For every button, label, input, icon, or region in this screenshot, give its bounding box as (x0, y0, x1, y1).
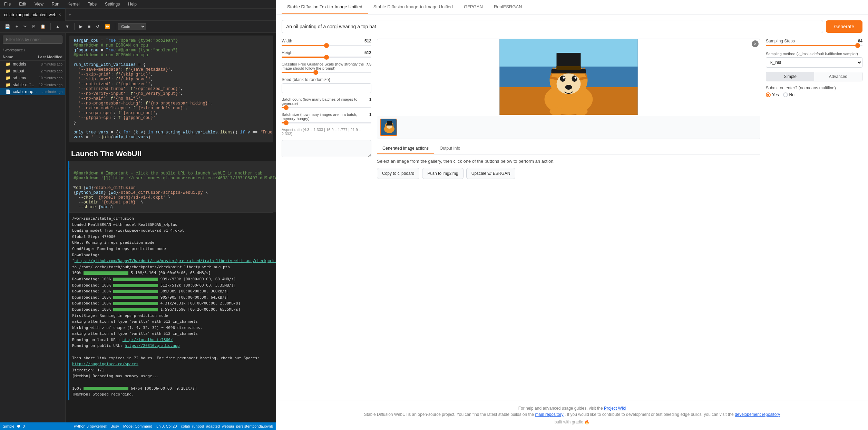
footer-desc: Stable Diffusion WebUI is an open-source… (282, 412, 862, 417)
add-tab-button[interactable]: + (66, 12, 74, 17)
batch-count-thumb[interactable] (284, 105, 289, 110)
file-item-colab[interactable]: 📄 colab_runp... a minute ago (0, 88, 65, 95)
upscale-esrgan-button[interactable]: Upscale w/ ESRGAN (466, 168, 516, 179)
prompt-input[interactable] (282, 20, 823, 33)
cell-number: 0 (23, 424, 25, 428)
sampling-steps-label: Sampling Steps 64 (766, 39, 862, 43)
kernel-status: Python 3 (ipykernel) | Busy (74, 424, 119, 428)
file-name-5: colab_runp... (13, 89, 40, 94)
breadcrumb: / workspace / (0, 47, 65, 53)
simple-mode-indicator: Simple (3, 424, 14, 428)
gallery-close-button[interactable]: ✕ (752, 40, 759, 47)
cfg-slider-thumb[interactable] (313, 70, 318, 75)
project-wiki-link[interactable]: Project Wiki (604, 406, 626, 411)
cell-output: /workspace/stable_diffusion Loaded RealE… (69, 212, 273, 400)
footer-help: For help and advanced usage guides, visi… (282, 406, 862, 411)
menu-edit[interactable]: Edit (18, 1, 28, 7)
menu-view[interactable]: View (33, 1, 45, 7)
simple-advanced-toggle: Simple Advanced (766, 72, 862, 81)
menu-bar: File Edit View Run Kernel Tabs Settings … (0, 0, 276, 9)
generated-image-actions-tab[interactable]: Generated image actions (377, 143, 434, 154)
tab-close-icon[interactable]: ✕ (58, 13, 61, 17)
sampling-method-select[interactable]: k_lms k_euler k_euler_a k_dpm_2 ddim (766, 57, 862, 68)
cfg-param: Classifier Free Guidance Scale (how stro… (282, 62, 371, 73)
restart-button[interactable]: ↺ (94, 23, 101, 30)
svg-rect-19 (557, 66, 581, 70)
move-down-button[interactable]: ▼ (63, 23, 71, 30)
cell-content-1: esrgan_cpu = True #@param {type:"boolean… (69, 36, 273, 142)
file-date: 8 minutes ago (41, 62, 62, 66)
notebook-toolbar: 💾 + ✂ ⎘ 📋 ▲ ▼ ▶ ■ ↺ ⏩ Code Markdown (0, 21, 276, 33)
file-name-3: sd_env (13, 76, 37, 80)
menu-kernel[interactable]: Kernel (66, 1, 81, 7)
file-search-input[interactable] (3, 36, 62, 44)
tab-gfpgan[interactable]: GFPGAN (458, 0, 488, 14)
stop-button[interactable]: ■ (86, 23, 92, 30)
thumbnail-1[interactable] (380, 119, 397, 136)
folder-icon-2: 📁 (6, 69, 11, 73)
menu-file[interactable]: File (3, 1, 12, 7)
width-param: Width 512 (282, 39, 371, 46)
file-name-4: stable-diff... (13, 82, 37, 87)
no-radio[interactable]: No (783, 92, 794, 97)
sampling-steps-section: Sampling Steps 64 (766, 39, 862, 46)
svg-point-10 (572, 76, 577, 82)
cfg-label: Classifier Free Guidance Scale (how stro… (282, 62, 371, 70)
cursor-position: Ln 8, Col 20 (156, 424, 177, 428)
sampling-slider-fill (766, 45, 858, 46)
submit-on-enter-radio: Yes No (766, 92, 862, 97)
svg-point-8 (565, 85, 572, 90)
simple-advanced-buttons: Simple Advanced (766, 72, 862, 81)
generate-button[interactable]: Generate (826, 20, 862, 33)
yes-radio[interactable]: Yes (766, 92, 779, 97)
output-info-tab[interactable]: Output Info (434, 143, 466, 154)
width-slider-thumb[interactable] (324, 43, 329, 48)
status-left: Simple 0 (3, 424, 25, 428)
sampling-column: Sampling Steps 64 Sampling method (k_lms… (766, 39, 862, 179)
main-repo-link[interactable]: main repository (535, 412, 564, 417)
notebook-filename: colab_runpod_adapted_webgui_persistentco… (181, 424, 273, 428)
file-date-5: a minute ago (42, 90, 62, 94)
toolbar-separator-3 (115, 23, 115, 30)
notebook-area: esrgan_cpu = True #@param {type:"boolean… (66, 33, 276, 422)
simple-button[interactable]: Simple (766, 72, 814, 81)
thumbnail-row (377, 116, 760, 139)
tab-img2img[interactable]: Stable Diffusion Image-to-Image Unified (368, 0, 458, 14)
copy-cell-button[interactable]: ⎘ (30, 23, 37, 30)
command-mode: Mode: Command (123, 424, 152, 428)
push-to-img2img-button[interactable]: Push to img2img (422, 168, 463, 179)
copy-to-clipboard-button[interactable]: Copy to clipboard (377, 168, 419, 179)
run-button[interactable]: ▶ (77, 23, 85, 30)
advanced-button[interactable]: Advanced (814, 72, 862, 81)
height-slider-track (282, 57, 371, 58)
restart-run-button[interactable]: ⏩ (103, 23, 112, 30)
gradio-tabs: Stable Diffusion Text-to-Image Unified S… (276, 0, 868, 14)
menu-tabs[interactable]: Tabs (87, 1, 98, 7)
paste-cell-button[interactable]: 📋 (38, 23, 48, 30)
menu-run[interactable]: Run (50, 1, 61, 7)
extra-input[interactable] (282, 140, 371, 157)
batch-count-param: Batch count (how many batches of images … (282, 97, 371, 108)
file-item-sdenv[interactable]: 📁 sd_env 10 minutes ago (0, 74, 65, 81)
file-item-output[interactable]: 📁 output 2 minutes ago (0, 68, 65, 74)
left-panel: File Edit View Run Kernel Tabs Settings … (0, 0, 276, 430)
add-cell-button[interactable]: + (13, 23, 20, 30)
width-slider-fill (282, 45, 326, 46)
move-up-button[interactable]: ▲ (53, 23, 62, 30)
submit-on-enter-section: Submit on enter? (no means multiline) Ye… (766, 86, 862, 97)
sampling-slider-thumb[interactable] (855, 43, 860, 48)
menu-settings[interactable]: Settings (104, 1, 121, 7)
tab-txt2img[interactable]: Stable Diffusion Text-to-Image Unified (282, 0, 368, 14)
menu-help[interactable]: Help (127, 1, 138, 7)
seed-input[interactable] (282, 83, 371, 93)
cut-cell-button[interactable]: ✂ (21, 23, 29, 30)
file-item-stablediff[interactable]: 📁 stable-diff... 12 minutes ago (0, 81, 65, 88)
notebook-tab[interactable]: colab_runpod_adapted_web ✕ (0, 9, 66, 21)
dev-repo-link[interactable]: developement repository (735, 412, 780, 417)
batch-size-thumb[interactable] (284, 120, 289, 125)
height-slider-thumb[interactable] (324, 55, 329, 60)
cell-type-select[interactable]: Code Markdown (118, 23, 146, 30)
file-item-models[interactable]: 📁 models 8 minutes ago (0, 61, 65, 68)
save-button[interactable]: 💾 (3, 23, 12, 30)
tab-realesrgan[interactable]: RealESRGAN (488, 0, 528, 14)
